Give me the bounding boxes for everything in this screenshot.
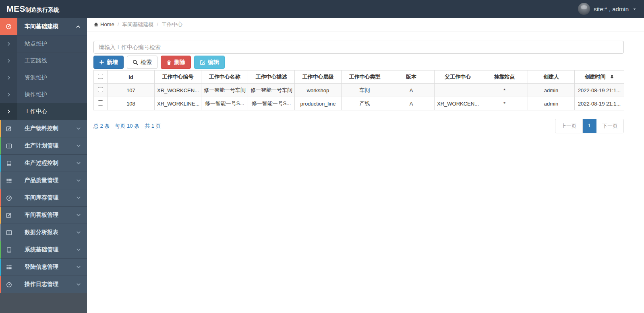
chevron-right-icon <box>0 35 17 52</box>
sidebar-item-label: 车间库存管理 <box>25 194 58 201</box>
toolbar: 新增 检索 删除 编辑 <box>93 56 624 69</box>
sidebar-item-kanban-management[interactable]: 车间看板管理 <box>0 207 87 224</box>
sidebar-item-process-control[interactable]: 生产过程控制 <box>0 155 87 172</box>
cell-code: XR_WORKLINE... <box>155 97 201 110</box>
chevron-down-icon <box>76 282 81 287</box>
column-header-type: 工作中心类型 <box>342 70 388 84</box>
edit-button[interactable]: 编辑 <box>194 56 225 69</box>
caret-down-icon <box>632 7 637 11</box>
cell-id: 108 <box>108 97 155 110</box>
sidebar: 车间基础建模 站点维护 工艺路线 资源维护 操作维护 工作中心 生产物料控制 <box>0 18 87 313</box>
chevron-down-icon <box>76 143 81 148</box>
table-row[interactable]: 107 XR_WORKCEN... 修一智能一号车间 修一智能一号车间 work… <box>94 84 624 97</box>
cell-creator: admin <box>528 84 575 97</box>
search-button[interactable]: 检索 <box>127 56 157 69</box>
avatar <box>578 3 590 15</box>
gauge-icon <box>1 276 17 293</box>
sidebar-item-analytics-reports[interactable]: 数据分析报表 <box>0 224 87 241</box>
sidebar-item-label: 登陆信息管理 <box>25 263 58 271</box>
plus-icon <box>99 60 104 65</box>
add-button[interactable]: 新增 <box>93 56 124 69</box>
sidebar-item-system-management[interactable]: 系统基础管理 <box>0 241 87 259</box>
breadcrumb-item-module[interactable]: 车间基础建模 <box>122 21 153 28</box>
next-page-button[interactable]: 下一页 <box>596 119 623 133</box>
sidebar-item-login-info-management[interactable]: 登陆信息管理 <box>0 259 87 276</box>
sidebar-item-operation-maintenance[interactable]: 操作维护 <box>0 86 87 103</box>
pencil-icon <box>1 120 17 137</box>
user-label: site:* , admin <box>594 6 629 12</box>
gauge-icon <box>0 18 17 35</box>
delete-button[interactable]: 删除 <box>161 56 191 69</box>
sidebar-item-quality-management[interactable]: 产品质量管理 <box>0 172 87 189</box>
sidebar-item-inventory-management[interactable]: 车间库存管理 <box>0 189 87 207</box>
table-row[interactable]: 108 XR_WORKLINE... 修一智能一号S... 修一智能一号S...… <box>94 97 624 110</box>
chevron-down-icon <box>76 178 81 183</box>
sidebar-item-operation-log-management[interactable]: 操作日志管理 <box>0 276 87 293</box>
prev-page-button[interactable]: 上一页 <box>555 119 583 133</box>
sidebar-item-material-control[interactable]: 生产物料控制 <box>0 120 87 137</box>
trash-icon <box>166 60 172 65</box>
column-header-description: 工作中心描述 <box>248 70 295 84</box>
cell-version: A <box>388 84 435 97</box>
chevron-down-icon <box>76 195 81 200</box>
column-header-name: 工作中心名称 <box>201 70 248 84</box>
chevron-right-icon <box>0 103 17 120</box>
cell-type: 产线 <box>342 97 388 110</box>
sidebar-item-label: 工艺路线 <box>25 57 47 64</box>
sidebar-item-label: 资源维护 <box>25 74 47 81</box>
cell-site: * <box>481 97 528 110</box>
column-header-id: id <box>108 70 155 84</box>
book-icon <box>1 155 17 172</box>
work-center-table: id 工作中心编号 工作中心名称 工作中心描述 工作中心层级 工作中心类型 版本… <box>93 70 624 110</box>
chevron-right-icon <box>0 52 17 69</box>
cell-type: 车间 <box>342 84 388 97</box>
sidebar-item-process-route[interactable]: 工艺路线 <box>0 52 87 69</box>
edit-icon <box>200 60 205 65</box>
brand-rest: 制造执行系统 <box>25 6 59 14</box>
cell-parent <box>435 84 481 97</box>
cell-code: XR_WORKCEN... <box>155 84 201 97</box>
cell-site: * <box>481 84 528 97</box>
user-menu[interactable]: site:* , admin <box>578 3 637 15</box>
cell-id: 107 <box>108 84 155 97</box>
delete-button-label: 删除 <box>174 59 185 66</box>
column-header-created-time: 创建时间 <box>575 70 624 84</box>
search-button-label: 检索 <box>141 59 152 66</box>
sidebar-item-label: 操作日志管理 <box>25 281 58 288</box>
chevron-down-icon <box>76 247 81 252</box>
cell-created-time: 2022-08-19 21:1... <box>575 84 624 97</box>
row-checkbox[interactable] <box>98 87 103 92</box>
pagination: 上一页 1 下一页 <box>555 119 624 133</box>
edit-button-label: 编辑 <box>208 59 219 66</box>
search-input[interactable] <box>93 41 624 54</box>
sidebar-item-resource-maintenance[interactable]: 资源维护 <box>0 69 87 86</box>
chevron-up-icon <box>76 24 81 29</box>
cell-description: 修一智能一号车间 <box>248 84 295 97</box>
sidebar-group-workshop-modeling[interactable]: 车间基础建模 <box>0 18 87 35</box>
chevron-down-icon <box>76 230 81 235</box>
select-all-checkbox[interactable] <box>98 74 103 79</box>
sidebar-item-label: 生产计划管理 <box>25 142 58 149</box>
sidebar-item-label: 车间看板管理 <box>25 211 58 219</box>
sidebar-item-label: 生产过程控制 <box>25 160 58 167</box>
sidebar-item-work-center[interactable]: 工作中心 <box>0 103 87 120</box>
sidebar-group-label: 车间基础建模 <box>25 23 58 30</box>
sidebar-item-site-maintenance[interactable]: 站点维护 <box>0 35 87 52</box>
breadcrumb-home-link[interactable]: Home <box>93 21 114 27</box>
table-footer: 总 2 条 每页 10 条 共 1 页 上一页 1 下一页 <box>93 119 624 133</box>
chevron-right-icon <box>0 86 17 103</box>
sidebar-item-label: 系统基础管理 <box>25 246 58 253</box>
brand-logo: MES制造执行系统 <box>6 4 59 14</box>
page-size: 每页 10 条 <box>115 122 139 130</box>
home-icon <box>93 22 99 27</box>
row-checkbox[interactable] <box>98 100 103 106</box>
sidebar-item-plan-management[interactable]: 生产计划管理 <box>0 137 87 155</box>
columns-icon <box>1 137 17 154</box>
list-icon <box>1 172 17 189</box>
page-1-button[interactable]: 1 <box>583 119 596 133</box>
columns-icon <box>1 224 17 241</box>
cell-description: 修一智能一号S... <box>248 97 295 110</box>
sidebar-item-label: 数据分析报表 <box>25 229 58 236</box>
column-header-version: 版本 <box>388 70 435 84</box>
page-body: 新增 检索 删除 编辑 <box>87 31 624 133</box>
